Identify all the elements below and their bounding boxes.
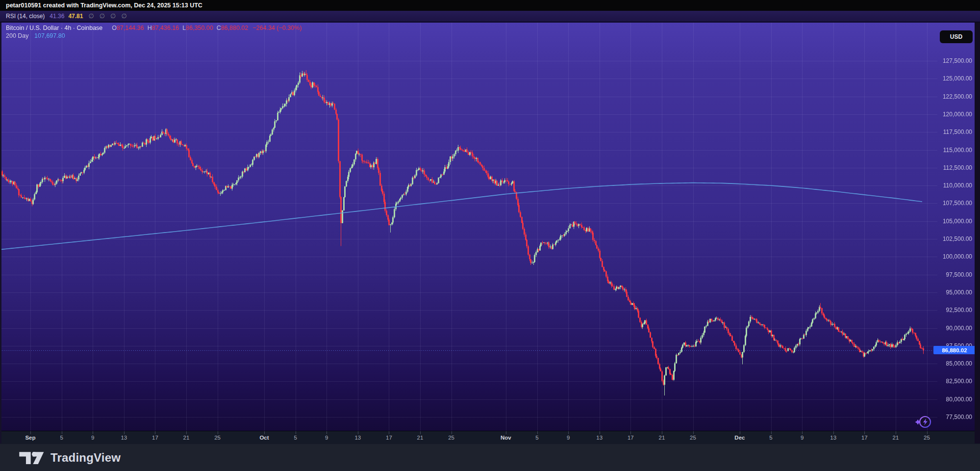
time-axis-tick xyxy=(896,431,896,434)
current-price-label: 86,880.02 xyxy=(942,347,967,353)
time-axis-tick xyxy=(740,431,740,434)
time-axis-tick xyxy=(771,431,772,434)
price-axis-label: 112,500.00 xyxy=(943,164,972,171)
time-axis-label: 13 xyxy=(596,435,603,441)
ohlc-values: O87,144.36H87,436.16L86,350.00C86,880.02 xyxy=(108,25,248,31)
time-axis-label: 25 xyxy=(448,435,454,441)
price-axis-label: 127,500.00 xyxy=(943,57,972,64)
rsi-previous-value: 41.36 xyxy=(50,13,64,20)
time-axis-tick xyxy=(568,431,569,434)
indicator-action-icon[interactable]: ∅ xyxy=(88,12,94,20)
ma-value: 107,697.80 xyxy=(34,32,65,39)
change-value: −264.34 (−0.30%) xyxy=(253,25,302,31)
tradingview-logo-icon xyxy=(19,449,44,466)
time-axis-tick xyxy=(30,431,31,434)
symbol-legend[interactable]: Bitcoin / U.S. Dollar · 4h · CoinbaseO87… xyxy=(6,25,302,31)
price-axis-label: 105,000.00 xyxy=(943,218,972,225)
time-axis-tick xyxy=(62,431,62,434)
symbol-title[interactable]: Bitcoin / U.S. Dollar · 4h · Coinbase xyxy=(6,25,102,31)
time-axis-label: 21 xyxy=(183,435,190,441)
time-axis-label: Oct xyxy=(259,435,269,441)
time-axis-tick xyxy=(93,431,93,434)
indicator-action-icon[interactable]: ∅ xyxy=(121,12,126,20)
time-axis-label: 17 xyxy=(386,435,392,441)
time-axis-tick xyxy=(927,431,928,434)
ohlc-letter: H xyxy=(148,25,152,31)
price-axis-label: 95,000.00 xyxy=(946,289,972,296)
tradingview-logo[interactable]: TradingView xyxy=(19,449,121,466)
time-axis-tick xyxy=(600,431,600,434)
time-axis-label: 5 xyxy=(535,435,538,441)
time-axis-label: 13 xyxy=(830,435,836,441)
time-axis-tick xyxy=(693,431,694,434)
time-axis-tick xyxy=(358,431,358,434)
indicator-action-icon[interactable]: ∅ xyxy=(110,12,116,20)
ohlc-number: 87,144.36 xyxy=(117,25,144,31)
lightning-icon xyxy=(914,414,933,430)
price-axis-label: 115,000.00 xyxy=(943,147,972,154)
ohlc-letter: O xyxy=(112,25,117,31)
price-axis[interactable]: 86,880.02 127,500.00125,000.00122,500.00… xyxy=(933,23,980,431)
price-axis-label: 125,000.00 xyxy=(943,75,972,82)
time-axis-label: 9 xyxy=(325,435,328,441)
time-axis-tick xyxy=(296,431,296,434)
time-axis-label: Nov xyxy=(501,435,511,441)
price-axis-label: 80,000.00 xyxy=(946,396,972,403)
time-axis-tick xyxy=(802,431,803,434)
time-axis-tick xyxy=(155,431,155,434)
time-axis-tick xyxy=(630,431,631,434)
time-axis-label: 9 xyxy=(567,435,570,441)
time-axis-tick xyxy=(327,431,327,434)
time-axis-tick xyxy=(662,431,662,434)
time-axis[interactable]: Sep5913172125Oct5913172125Nov5913172125D… xyxy=(0,431,980,444)
price-axis-label: 90,000.00 xyxy=(946,325,972,332)
tradingview-wordmark: TradingView xyxy=(50,451,121,465)
indicator-action-icon[interactable]: ∅ xyxy=(100,12,105,20)
time-axis-tick xyxy=(537,431,538,434)
price-axis-label: 110,000.00 xyxy=(943,182,972,189)
time-axis-label: 17 xyxy=(152,435,158,441)
candlestick-chart-canvas[interactable] xyxy=(0,23,980,431)
price-axis-label: 82,500.00 xyxy=(946,378,972,385)
time-axis-label: 21 xyxy=(417,435,424,441)
price-axis-label: 85,000.00 xyxy=(946,360,972,367)
price-axis-label: 77,500.00 xyxy=(946,414,972,420)
time-axis-label: 9 xyxy=(91,435,94,441)
left-edge-strip xyxy=(0,23,1,444)
time-axis-label: 25 xyxy=(690,435,696,441)
rsi-title: RSI (14, close) xyxy=(6,13,45,20)
chart-plot-area[interactable] xyxy=(0,23,980,431)
attribution-text: petar010591 created with TradingView.com… xyxy=(6,2,202,9)
price-axis-label: 102,500.00 xyxy=(943,236,972,242)
time-axis-tick xyxy=(833,431,834,434)
right-edge-strip xyxy=(975,23,980,444)
time-axis-label: Dec xyxy=(734,435,745,441)
rsi-current-value: 47.81 xyxy=(68,13,83,20)
price-axis-label: 97,500.00 xyxy=(946,271,972,278)
rsi-action-icons: ∅∅∅∅ xyxy=(83,13,126,20)
ohlc-number: 86,880.02 xyxy=(221,25,249,31)
time-axis-tick xyxy=(124,431,125,434)
ma-legend-row[interactable]: 200 Day 107,697.80 xyxy=(6,32,65,39)
boost-button[interactable] xyxy=(914,414,933,430)
ohlc-letter: C xyxy=(217,25,221,31)
price-axis-label: 100,000.00 xyxy=(943,253,972,260)
time-axis-label: 21 xyxy=(658,435,665,441)
time-axis-label: 5 xyxy=(60,435,63,441)
ohlc-number: 87,436.16 xyxy=(152,25,179,31)
current-price-badge: 86,880.02 xyxy=(933,346,976,354)
price-axis-label: 92,500.00 xyxy=(946,307,972,314)
ohlc-number: 86,350.00 xyxy=(186,25,213,31)
price-axis-label: 107,500.00 xyxy=(943,200,972,207)
time-axis-tick xyxy=(864,431,865,434)
ma-label: 200 Day xyxy=(6,32,29,39)
time-axis-tick xyxy=(218,431,218,434)
time-axis-label: 13 xyxy=(121,435,127,441)
price-axis-label: 117,500.00 xyxy=(943,129,972,135)
time-axis-tick xyxy=(389,431,389,434)
price-axis-label: 120,000.00 xyxy=(943,111,972,118)
currency-toggle-button[interactable]: USD xyxy=(940,30,973,43)
time-axis-tick xyxy=(264,431,265,434)
currency-toggle-label: USD xyxy=(950,33,962,40)
rsi-pane-header: RSI (14, close) 41.36 47.81 ∅∅∅∅ xyxy=(0,11,980,23)
